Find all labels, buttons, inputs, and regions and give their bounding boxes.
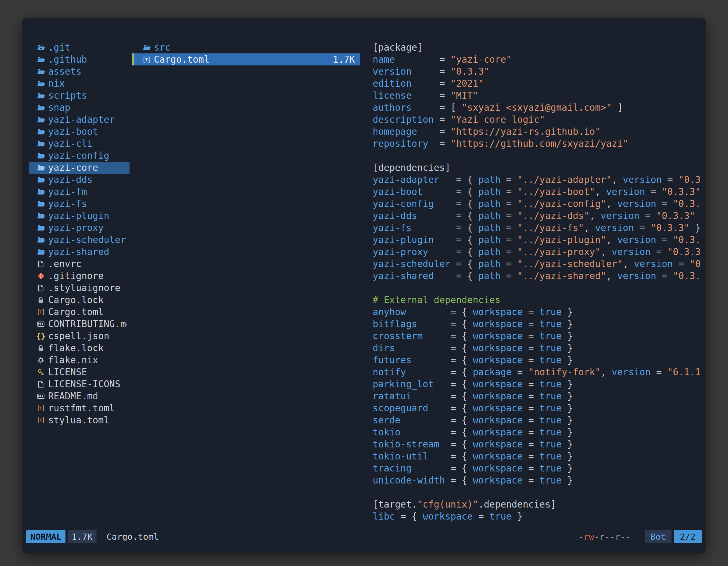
parent-item-snap[interactable]: snap bbox=[29, 102, 130, 114]
item-label: stylua.toml bbox=[48, 414, 109, 426]
git-folder-icon bbox=[36, 43, 46, 52]
parent-item-yazi-proxy[interactable]: yazi-proxy bbox=[29, 222, 130, 234]
parent-item-flake-nix[interactable]: flake.nix bbox=[29, 354, 130, 366]
current-item-src[interactable]: src bbox=[132, 41, 360, 53]
parent-item-yazi-adapter[interactable]: yazi-adapter bbox=[29, 114, 130, 126]
parent-item-license-icons[interactable]: LICENSE-ICONS bbox=[29, 378, 130, 390]
parent-item-nix[interactable]: nix bbox=[29, 78, 130, 90]
folder-icon bbox=[36, 67, 46, 76]
parent-item-assets[interactable]: assets bbox=[29, 65, 130, 78]
folder-icon bbox=[142, 43, 151, 52]
parent-item--envrc[interactable]: .envrc bbox=[29, 258, 130, 270]
parent-item-cargo-toml[interactable]: Cargo.toml bbox=[29, 306, 130, 318]
item-label: yazi-proxy bbox=[48, 222, 104, 234]
parent-item-yazi-plugin[interactable]: yazi-plugin bbox=[29, 210, 130, 222]
preview-line: parking_lot = { workspace = true } bbox=[373, 378, 702, 390]
preview-line: [dependencies] bbox=[373, 162, 702, 174]
parent-item-flake-lock[interactable]: flake.lock bbox=[29, 342, 130, 354]
preview-line: yazi-proxy = { path = "../yazi-proxy", v… bbox=[373, 246, 702, 258]
current-pane: srcCargo.toml1.7K bbox=[132, 41, 360, 526]
parent-item-yazi-core[interactable]: yazi-core bbox=[29, 162, 130, 174]
preview-line: authors = [ "sxyazi <sxyazi@gmail.com>" … bbox=[373, 102, 702, 114]
parent-item--gitignore[interactable]: .gitignore bbox=[29, 270, 130, 282]
parent-item-yazi-config[interactable]: yazi-config bbox=[29, 150, 130, 162]
preview-line: [package] bbox=[373, 41, 702, 53]
preview-line: tokio-stream = { workspace = true } bbox=[373, 438, 702, 450]
parent-item--styluaignore[interactable]: .styluaignore bbox=[29, 282, 130, 294]
perm-rw: rw bbox=[584, 532, 594, 542]
preview-line: serde = { workspace = true } bbox=[373, 414, 702, 426]
parent-item-cargo-lock[interactable]: Cargo.lock bbox=[29, 294, 130, 306]
file-icon bbox=[36, 283, 46, 293]
folder-icon bbox=[36, 199, 46, 209]
parent-item--git[interactable]: .git bbox=[29, 41, 130, 53]
key-icon bbox=[36, 367, 46, 377]
item-label: Cargo.lock bbox=[48, 294, 104, 306]
preview-line: unicode-width = { workspace = true } bbox=[373, 474, 702, 486]
item-label: yazi-cli bbox=[48, 138, 93, 150]
parent-item--github[interactable]: .github bbox=[29, 53, 130, 65]
perm-prefix: - bbox=[578, 532, 584, 542]
item-label: cspell.json bbox=[48, 330, 109, 342]
parent-item-yazi-dds[interactable]: yazi-dds bbox=[29, 174, 130, 186]
perm-suffix: -r--r-- bbox=[594, 532, 631, 542]
parent-item-yazi-boot[interactable]: yazi-boot bbox=[29, 126, 130, 138]
parent-item-yazi-scheduler[interactable]: yazi-scheduler bbox=[29, 234, 130, 246]
folder-icon bbox=[36, 139, 46, 149]
folder-icon bbox=[36, 247, 46, 257]
item-size: 1.7K bbox=[333, 53, 357, 65]
toml-icon bbox=[36, 415, 46, 425]
item-label: README.md bbox=[48, 390, 98, 402]
parent-item-yazi-shared[interactable]: yazi-shared bbox=[29, 246, 130, 258]
terminal-window: .git.githubassetsnixscriptssnapyazi-adap… bbox=[22, 18, 706, 553]
permissions-text: -rw-r--r-- bbox=[578, 530, 631, 543]
parent-item-contributing-md[interactable]: CONTRIBUTING.md bbox=[29, 318, 130, 330]
folder-icon bbox=[36, 103, 46, 112]
folder-icon bbox=[36, 79, 46, 88]
folder-icon bbox=[36, 223, 46, 233]
preview-line: name = "yazi-core" bbox=[373, 53, 702, 65]
parent-item-rustfmt-toml[interactable]: rustfmt.toml bbox=[29, 402, 130, 414]
item-label: yazi-adapter bbox=[48, 114, 115, 126]
nix-icon bbox=[36, 355, 46, 365]
item-label: .git bbox=[48, 41, 70, 53]
preview-line: yazi-scheduler = { path = "../yazi-sched… bbox=[373, 258, 702, 270]
preview-line: ratatui = { workspace = true } bbox=[373, 390, 702, 402]
toml-icon bbox=[36, 307, 46, 317]
parent-item-readme-md[interactable]: README.md bbox=[29, 390, 130, 402]
parent-item-stylua-toml[interactable]: stylua.toml bbox=[29, 414, 130, 426]
item-label: yazi-config bbox=[48, 150, 109, 162]
item-label: nix bbox=[48, 78, 65, 90]
parent-item-yazi-fs[interactable]: yazi-fs bbox=[29, 198, 130, 210]
file-icon bbox=[36, 259, 46, 269]
item-label: flake.nix bbox=[48, 354, 98, 366]
item-label: yazi-plugin bbox=[48, 210, 109, 222]
preview-line bbox=[373, 282, 702, 294]
item-label: LICENSE bbox=[48, 366, 87, 378]
item-label: yazi-dds bbox=[48, 174, 93, 186]
lock-icon bbox=[36, 343, 46, 353]
item-label: yazi-core bbox=[48, 162, 98, 174]
preview-line bbox=[373, 486, 702, 498]
preview-line: anyhow = { workspace = true } bbox=[373, 306, 702, 318]
status-filename: Cargo.toml bbox=[107, 530, 159, 543]
toml-icon bbox=[36, 403, 46, 413]
parent-item-scripts[interactable]: scripts bbox=[29, 90, 130, 102]
preview-line: futures = { workspace = true } bbox=[373, 354, 702, 366]
current-item-cargo-toml[interactable]: Cargo.toml1.7K bbox=[132, 53, 360, 65]
parent-item-cspell-json[interactable]: {}cspell.json bbox=[29, 330, 130, 342]
parent-item-license[interactable]: LICENSE bbox=[29, 366, 130, 378]
parent-item-yazi-fm[interactable]: yazi-fm bbox=[29, 186, 130, 198]
file-size-badge: 1.7K bbox=[68, 530, 97, 543]
git-icon bbox=[36, 271, 46, 281]
item-label: yazi-fs bbox=[48, 198, 87, 210]
item-label: Cargo.toml bbox=[154, 53, 210, 65]
mode-badge: NORMAL bbox=[26, 530, 65, 543]
preview-line: dirs = { workspace = true } bbox=[373, 342, 702, 354]
folder-icon bbox=[36, 91, 46, 100]
selection-marker bbox=[132, 53, 134, 65]
item-label: yazi-shared bbox=[48, 246, 109, 258]
parent-item-yazi-cli[interactable]: yazi-cli bbox=[29, 138, 130, 150]
preview-line: yazi-config = { path = "../yazi-config",… bbox=[373, 198, 702, 210]
preview-line: yazi-shared = { path = "../yazi-shared",… bbox=[373, 270, 702, 282]
